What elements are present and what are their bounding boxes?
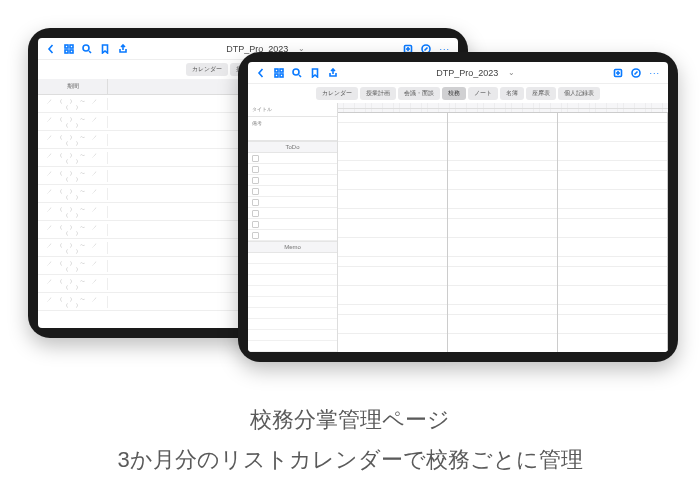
svg-rect-10 <box>280 74 283 77</box>
todo-row[interactable] <box>248 219 337 230</box>
edit-icon[interactable] <box>631 68 641 78</box>
svg-point-11 <box>293 69 299 75</box>
share-icon[interactable] <box>328 68 338 78</box>
bookmark-icon[interactable] <box>100 44 110 54</box>
sheet: タイトル 備考 ToDo Memo <box>248 103 668 352</box>
new-icon[interactable] <box>613 68 623 78</box>
period-cell[interactable]: ／ ( ) 〜 ／ ( ) <box>38 206 108 218</box>
svg-rect-8 <box>280 69 283 72</box>
col-period: 期間 <box>38 79 108 94</box>
caption: 校務分掌管理ページ 3か月分のリストカレンダーで校務ごとに管理 <box>0 400 700 479</box>
period-cell[interactable]: ／ ( ) 〜 ／ ( ) <box>38 98 108 110</box>
tab[interactable]: カレンダー <box>186 63 228 76</box>
period-cell[interactable]: ／ ( ) 〜 ／ ( ) <box>38 242 108 254</box>
period-cell[interactable]: ／ ( ) 〜 ／ ( ) <box>38 188 108 200</box>
svg-point-4 <box>83 45 89 51</box>
tab[interactable]: 名簿 <box>500 87 524 100</box>
todo-row[interactable] <box>248 208 337 219</box>
chevron-down-icon[interactable]: ⌄ <box>508 68 515 77</box>
toolbar: DTP_Pro_2023⌄ ··· <box>248 62 668 84</box>
tab[interactable]: 会議・面談 <box>398 87 440 100</box>
svg-rect-7 <box>275 69 278 72</box>
svg-rect-2 <box>65 50 68 53</box>
svg-rect-9 <box>275 74 278 77</box>
search-icon[interactable] <box>292 68 302 78</box>
grid-icon[interactable] <box>274 68 284 78</box>
period-cell[interactable]: ／ ( ) 〜 ／ ( ) <box>38 170 108 182</box>
tab-bar: カレンダー授業計画会議・面談校務ノート名簿座席表個人記録表 <box>248 84 668 103</box>
field-title[interactable]: タイトル <box>248 103 337 117</box>
todo-row[interactable] <box>248 186 337 197</box>
back-icon[interactable] <box>256 68 266 78</box>
section-memo: Memo <box>248 241 337 253</box>
field-memo[interactable]: 備考 <box>248 117 337 141</box>
more-icon[interactable]: ··· <box>649 68 660 78</box>
tab[interactable]: 座席表 <box>526 87 556 100</box>
period-cell[interactable]: ／ ( ) 〜 ／ ( ) <box>38 278 108 290</box>
svg-rect-1 <box>70 45 73 48</box>
screen-front: DTP_Pro_2023⌄ ··· カレンダー授業計画会議・面談校務ノート名簿座… <box>248 62 668 352</box>
search-icon[interactable] <box>82 44 92 54</box>
memo-area[interactable] <box>248 253 337 352</box>
svg-rect-3 <box>70 50 73 53</box>
period-cell[interactable]: ／ ( ) 〜 ／ ( ) <box>38 152 108 164</box>
grid-header <box>338 103 668 113</box>
svg-rect-0 <box>65 45 68 48</box>
todo-row[interactable] <box>248 164 337 175</box>
todo-row[interactable] <box>248 153 337 164</box>
grid-icon[interactable] <box>64 44 74 54</box>
doc-title[interactable]: DTP_Pro_2023 <box>436 68 498 78</box>
period-cell[interactable]: ／ ( ) 〜 ／ ( ) <box>38 224 108 236</box>
sheet-sidebar: タイトル 備考 ToDo Memo <box>248 103 338 352</box>
tab[interactable]: ノート <box>468 87 498 100</box>
section-todo: ToDo <box>248 141 337 153</box>
period-cell[interactable]: ／ ( ) 〜 ／ ( ) <box>38 296 108 308</box>
bookmark-icon[interactable] <box>310 68 320 78</box>
tab[interactable]: 授業計画 <box>360 87 396 100</box>
tab[interactable]: カレンダー <box>316 87 358 100</box>
back-icon[interactable] <box>46 44 56 54</box>
tab[interactable]: 校務 <box>442 87 466 100</box>
todo-row[interactable] <box>248 230 337 241</box>
caption-line2: 3か月分のリストカレンダーで校務ごとに管理 <box>0 440 700 480</box>
todo-row[interactable] <box>248 175 337 186</box>
caption-line1: 校務分掌管理ページ <box>0 400 700 440</box>
grid-body[interactable] <box>338 113 668 352</box>
period-cell[interactable]: ／ ( ) 〜 ／ ( ) <box>38 116 108 128</box>
ipad-front: DTP_Pro_2023⌄ ··· カレンダー授業計画会議・面談校務ノート名簿座… <box>238 52 678 362</box>
period-cell[interactable]: ／ ( ) 〜 ／ ( ) <box>38 134 108 146</box>
period-cell[interactable]: ／ ( ) 〜 ／ ( ) <box>38 260 108 272</box>
todo-row[interactable] <box>248 197 337 208</box>
share-icon[interactable] <box>118 44 128 54</box>
tab[interactable]: 個人記録表 <box>558 87 600 100</box>
sheet-grid[interactable] <box>338 103 668 352</box>
